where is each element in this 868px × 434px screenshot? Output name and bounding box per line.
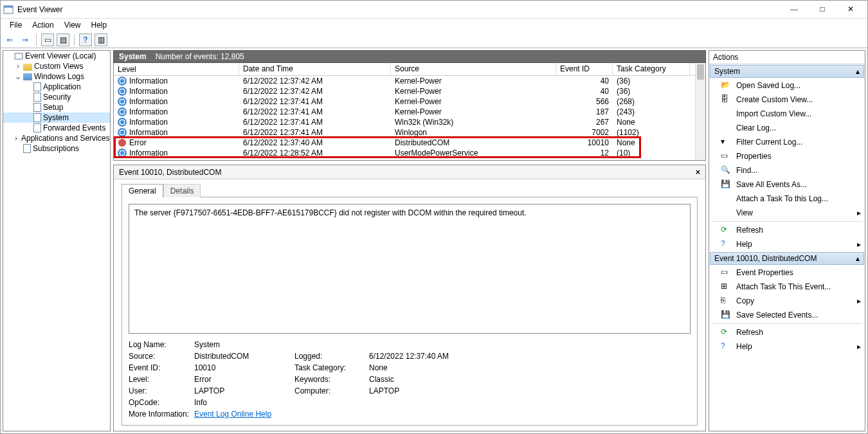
tab-details[interactable]: Details — [163, 184, 201, 197]
menu-help[interactable]: Help — [86, 19, 113, 31]
detail-title: Event 10010, DistributedCOM — [119, 168, 221, 177]
forward-button[interactable]: ⇒ — [19, 33, 32, 46]
tree-custom-views[interactable]: ›Custom Views — [3, 61, 110, 71]
help-button[interactable]: ? — [79, 33, 92, 46]
tree-subscriptions[interactable]: Subscriptions — [3, 143, 110, 154]
log-icon — [23, 144, 31, 153]
action-clear-log[interactable]: Clear Log... — [709, 121, 865, 135]
close-details-button[interactable]: × — [696, 168, 700, 177]
info-icon — [118, 77, 127, 86]
action-properties[interactable]: ▭Properties — [709, 149, 865, 163]
view-icon — [721, 208, 731, 218]
info-icon — [118, 128, 127, 137]
table-row[interactable]: Information6/12/2022 12:37:42 AMKernel-P… — [114, 86, 705, 96]
col-taskcat[interactable]: Task Category — [613, 63, 690, 75]
funnel-icon: 🗄 — [721, 95, 731, 105]
props-button[interactable]: ▤ — [57, 33, 69, 46]
maximize-button[interactable]: □ — [808, 1, 836, 19]
svg-rect-2 — [15, 53, 23, 59]
vertical-scrollbar[interactable] — [695, 63, 705, 160]
table-row[interactable]: Information6/12/2022 12:37:41 AMWinlogon… — [114, 127, 705, 138]
table-row[interactable]: Error6/12/2022 12:37:40 AMDistributedCOM… — [114, 138, 705, 148]
event-grid[interactable]: Level Date and Time Source Event ID Task… — [113, 63, 706, 161]
titlebar: Event Viewer ― □ ✕ — [1, 1, 867, 19]
action-import-custom-view[interactable]: Import Custom View... — [709, 107, 865, 121]
action-help2[interactable]: ?Help▸ — [709, 339, 865, 354]
table-row[interactable]: Information6/12/2022 12:37:42 AMKernel-P… — [114, 76, 705, 86]
table-row[interactable]: Information6/12/2022 12:37:41 AMKernel-P… — [114, 107, 705, 117]
task-icon: ⊞ — [721, 282, 731, 292]
properties-icon: ▭ — [721, 267, 731, 278]
action-copy[interactable]: ⎘Copy▸ — [709, 294, 865, 308]
info-icon — [118, 87, 127, 96]
action-save-all-events[interactable]: 💾Save All Events As... — [709, 177, 865, 192]
event-properties-grid: Log Name:System Source:DistributedCOM Lo… — [129, 340, 691, 419]
action-save-selected[interactable]: 💾Save Selected Events... — [709, 308, 865, 322]
svg-rect-1 — [4, 6, 13, 8]
grid-header[interactable]: Level Date and Time Source Event ID Task… — [114, 63, 705, 76]
folder-icon — [23, 64, 32, 71]
action-attach-task-event[interactable]: ⊞Attach Task To This Event... — [709, 280, 865, 294]
error-icon — [118, 138, 127, 147]
action-event-properties[interactable]: ▭Event Properties — [709, 266, 865, 280]
action-refresh2[interactable]: ⟳Refresh — [709, 325, 865, 339]
log-icon — [33, 82, 41, 91]
save-icon: 💾 — [721, 310, 731, 320]
col-datetime[interactable]: Date and Time — [239, 63, 391, 75]
action-filter-current-log[interactable]: ▾Filter Current Log... — [709, 135, 865, 149]
action-view[interactable]: View▸ — [709, 206, 865, 220]
col-source[interactable]: Source — [391, 63, 556, 75]
tree-system[interactable]: System — [3, 113, 110, 123]
tree-security[interactable]: Security — [3, 92, 110, 102]
event-log-help-link[interactable]: Event Log Online Help — [194, 410, 271, 419]
table-row[interactable]: Information6/12/2022 12:37:41 AMKernel-P… — [114, 96, 705, 107]
actions-group-event[interactable]: Event 10010, DistributedCOM▴ — [710, 252, 864, 265]
refresh-icon: ⟳ — [721, 225, 731, 235]
action-attach-task-log[interactable]: Attach a Task To this Log... — [709, 192, 865, 206]
properties-icon: ▭ — [721, 151, 731, 161]
copy-icon: ⎘ — [721, 296, 731, 306]
back-button[interactable]: ⇐ — [3, 33, 16, 46]
action-help[interactable]: ?Help▸ — [709, 237, 865, 251]
toolbar-extra-button[interactable]: ▥ — [95, 33, 107, 46]
tree-forwarded[interactable]: Forwarded Events — [3, 123, 110, 133]
menubar: File Action View Help — [1, 19, 867, 32]
table-row[interactable]: Information6/12/2022 12:37:41 AMWin32k (… — [114, 117, 705, 127]
clear-icon — [721, 123, 731, 133]
close-button[interactable]: ✕ — [836, 1, 865, 19]
minimize-button[interactable]: ― — [780, 1, 808, 19]
col-eventid[interactable]: Event ID — [556, 63, 613, 75]
event-message: The server {F9717507-6651-4EDB-BFF7-AE61… — [129, 204, 691, 334]
action-open-saved-log[interactable]: 📂Open Saved Log... — [709, 78, 865, 93]
tree-setup[interactable]: Setup — [3, 102, 110, 113]
window-title: Event Viewer — [17, 5, 780, 14]
menu-action[interactable]: Action — [27, 19, 59, 31]
scrollbar-thumb[interactable] — [697, 64, 704, 80]
tree-windows-logs[interactable]: ⌄Windows Logs — [3, 71, 110, 82]
help-icon: ? — [721, 239, 731, 249]
log-icon — [33, 103, 41, 112]
action-refresh[interactable]: ⟳Refresh — [709, 223, 865, 237]
menu-view[interactable]: View — [59, 19, 86, 31]
action-find[interactable]: 🔍Find... — [709, 163, 865, 177]
info-icon — [118, 118, 127, 127]
tab-general[interactable]: General — [122, 184, 163, 197]
actions-pane: Actions System▴ 📂Open Saved Log... 🗄Crea… — [709, 50, 865, 431]
tree-application[interactable]: Application — [3, 82, 110, 92]
toolbar: ⇐ ⇒ ▭ ▤ ? ▥ — [1, 32, 867, 48]
show-tree-button[interactable]: ▭ — [41, 33, 54, 46]
app-icon — [3, 5, 14, 15]
action-create-custom-view[interactable]: 🗄Create Custom View... — [709, 93, 865, 107]
filter-icon: ▾ — [721, 137, 731, 147]
tree-root[interactable]: Event Viewer (Local) — [3, 51, 110, 61]
tree-app-services[interactable]: ›Applications and Services Lo — [3, 133, 110, 143]
col-level[interactable]: Level — [114, 63, 239, 75]
find-icon: 🔍 — [721, 165, 731, 176]
table-row[interactable]: Information6/12/2022 12:28:52 AMUserMode… — [114, 148, 705, 158]
navigation-tree[interactable]: Event Viewer (Local) ›Custom Views ⌄Wind… — [3, 50, 111, 431]
actions-group-system[interactable]: System▴ — [710, 65, 864, 78]
list-name: System — [119, 52, 147, 61]
menu-file[interactable]: File — [5, 19, 27, 31]
import-icon — [721, 109, 731, 119]
actions-title: Actions — [709, 51, 865, 64]
